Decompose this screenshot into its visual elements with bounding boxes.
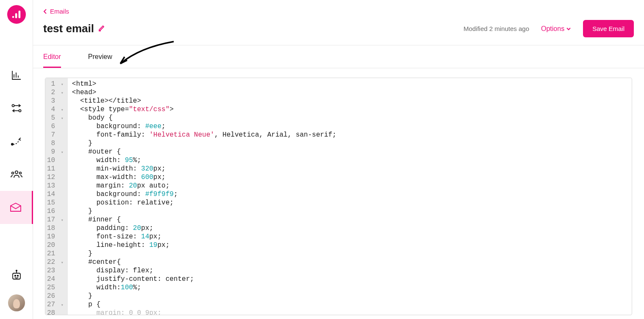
options-label: Options <box>541 25 564 33</box>
bar-chart-icon <box>11 70 22 81</box>
bot-icon <box>11 270 22 281</box>
svg-rect-1 <box>15 13 17 18</box>
sidebar-item-journeys[interactable] <box>0 125 33 158</box>
sidebar-item-audiences[interactable] <box>0 158 33 191</box>
options-dropdown[interactable]: Options <box>541 25 571 33</box>
logo[interactable] <box>7 5 26 24</box>
people-icon <box>11 169 22 179</box>
svg-point-6 <box>15 171 17 173</box>
header: Emails test email Modified 2 minutes ago… <box>33 0 644 45</box>
sidebar-item-flows[interactable] <box>0 92 33 125</box>
sidebar-item-bot[interactable] <box>11 270 22 283</box>
code-content[interactable]: <html><head> <title></title> <style type… <box>68 78 341 315</box>
svg-rect-2 <box>18 11 20 18</box>
breadcrumb-back[interactable]: Emails <box>43 8 634 15</box>
modified-text: Modified 2 minutes ago <box>464 25 529 32</box>
sidebar <box>0 0 33 319</box>
svg-point-11 <box>14 275 16 277</box>
svg-point-4 <box>19 109 21 112</box>
flow-icon <box>11 103 22 113</box>
svg-point-12 <box>17 275 18 277</box>
svg-point-3 <box>12 104 14 106</box>
logo-bars-icon <box>12 11 21 18</box>
save-button[interactable]: Save Email <box>583 20 634 37</box>
tab-editor[interactable]: Editor <box>43 45 61 68</box>
code-gutter: 1 ▾2 ▾3 4 ▾5 ▾6 7 8 9 ▾10 11 12 13 14 15… <box>45 78 68 315</box>
avatar[interactable] <box>8 294 25 311</box>
sidebar-item-messaging[interactable] <box>0 191 33 224</box>
envelope-icon <box>10 203 22 212</box>
svg-point-7 <box>11 172 14 174</box>
tabs: Editor Preview <box>33 45 644 68</box>
breadcrumb-label: Emails <box>50 8 69 15</box>
journey-icon <box>11 137 22 146</box>
pencil-icon <box>98 25 105 31</box>
svg-point-5 <box>11 143 13 145</box>
svg-point-8 <box>19 172 21 174</box>
code-editor[interactable]: 1 ▾2 ▾3 4 ▾5 ▾6 7 8 9 ▾10 11 12 13 14 15… <box>45 78 632 315</box>
svg-point-0 <box>12 16 14 18</box>
chevron-left-icon <box>43 8 47 14</box>
page-title: test email <box>43 22 94 35</box>
sidebar-item-analytics[interactable] <box>0 59 33 92</box>
chevron-down-icon <box>566 27 571 31</box>
tab-preview[interactable]: Preview <box>88 45 112 68</box>
svg-point-10 <box>16 270 17 271</box>
edit-title-button[interactable] <box>98 25 105 33</box>
main-content: Emails test email Modified 2 minutes ago… <box>33 0 644 319</box>
